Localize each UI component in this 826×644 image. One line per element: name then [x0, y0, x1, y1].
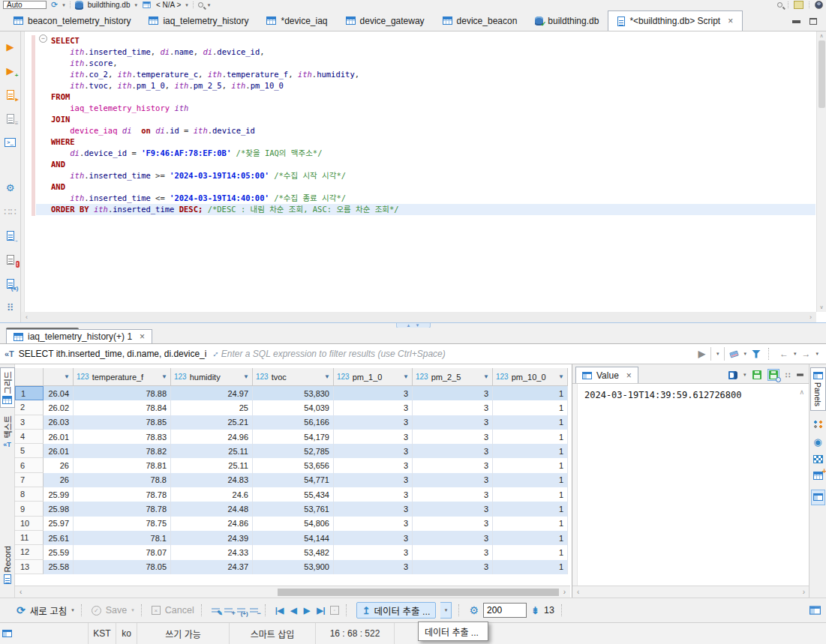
grid-cell[interactable]: 78.05 [74, 560, 171, 574]
table-row[interactable]: 1025.9778.7524.8654,806331 [15, 517, 568, 531]
scroll-down-icon[interactable]: ∨ [819, 304, 823, 310]
auto-save-icon[interactable] [767, 369, 779, 381]
scroll-right-icon[interactable]: › [803, 588, 805, 596]
refresh-icon[interactable]: ⟳ [17, 605, 26, 616]
grid-cell[interactable]: 78.78 [74, 487, 171, 502]
grid-cell[interactable]: 25.99 [44, 487, 74, 502]
scroll-right-icon[interactable]: › [809, 313, 812, 321]
sql-console-button[interactable]: >_ [2, 133, 20, 151]
grid-cell[interactable]: 78.85 [74, 415, 171, 430]
explain-plan-button[interactable]: ≡ [2, 109, 20, 127]
named-parameters-button[interactable]: (x) [2, 274, 20, 292]
chevron-down-icon[interactable]: ▾ [208, 2, 211, 8]
maximize-icon[interactable] [809, 18, 817, 25]
grid-cell[interactable]: 53,761 [253, 502, 334, 516]
grid-cell[interactable]: 3 [334, 430, 413, 444]
column-header-clipped[interactable]: ▼ [44, 368, 74, 386]
tab-sql-script[interactable]: *<buildthing.db> Script × [608, 10, 743, 31]
chevron-down-icon[interactable]: ▾ [71, 607, 74, 613]
export-data-button[interactable]: ↥ 데이터 추출 ... [356, 602, 437, 619]
status-locale[interactable]: ko [116, 623, 137, 644]
tab-grid-view[interactable]: 그리드 [0, 367, 15, 408]
grid-cell[interactable]: 3 [334, 545, 413, 559]
grid-cell[interactable]: 26.02 [44, 400, 74, 415]
grid-cell[interactable]: 24.6 [171, 487, 253, 502]
execute-sql-button[interactable]: ▶ [2, 37, 20, 55]
filter-icon[interactable] [752, 350, 761, 358]
grid-cell[interactable]: 26.03 [44, 415, 74, 430]
tab-iaq-telemetry-history[interactable]: iaq_telemetry_history [140, 10, 257, 31]
grid-cell[interactable]: 24.39 [171, 531, 253, 545]
grid-cell[interactable]: 78.75 [74, 517, 171, 531]
column-dropdown-icon[interactable]: ▼ [161, 373, 167, 380]
grid-horizontal-scrollbar[interactable]: ‹ › [15, 586, 570, 598]
grid-cell[interactable]: 24.97 [171, 386, 253, 400]
grid-cell[interactable]: 24.37 [171, 560, 253, 574]
close-icon[interactable]: × [728, 16, 733, 26]
row-number[interactable]: 12 [15, 545, 44, 559]
duplicate-row-icon[interactable]: (+) [237, 607, 245, 614]
status-caret-position[interactable]: 16 : 68 : 522 [316, 623, 395, 644]
column-header-pm_10_0[interactable]: 123pm_10_0▼ [493, 368, 568, 386]
chevron-down-icon[interactable]: ▾ [62, 2, 65, 8]
close-icon[interactable]: × [140, 331, 145, 342]
grid-cell[interactable]: 24.33 [171, 545, 253, 559]
grid-cell[interactable]: 1 [493, 517, 568, 531]
grouping-panel-icon[interactable] [813, 455, 823, 463]
table-row[interactable]: 825.9978.7824.655,434331 [15, 487, 568, 502]
grid-cell[interactable]: 78.1 [74, 531, 171, 545]
fetch-settings-icon[interactable]: ⚙ [469, 605, 479, 616]
grid-cell[interactable]: 25.21 [171, 415, 253, 430]
grid-cell[interactable]: 3 [334, 531, 413, 545]
grid-cell[interactable]: 3 [413, 415, 493, 430]
outline-view-button[interactable]: ⠿ [2, 298, 20, 316]
grid-cell[interactable]: 53,830 [253, 386, 334, 400]
grid-cell[interactable]: 24.86 [171, 517, 253, 531]
tab-value[interactable]: Value × [575, 367, 638, 383]
grid-cell[interactable]: 26.01 [44, 444, 74, 458]
tab-buildthing-db[interactable]: ✓ buildthing.db [526, 10, 608, 31]
tab-device-iaq[interactable]: *device_iaq [257, 10, 336, 31]
status-write-mode[interactable]: 쓰기 가능 [137, 623, 230, 644]
status-insert-mode[interactable]: 스마트 삽입 [230, 623, 316, 644]
chevron-down-icon[interactable]: ▾ [743, 372, 746, 378]
grid-cell[interactable]: 25.11 [171, 444, 253, 458]
grid-cell[interactable]: 54,806 [253, 517, 334, 531]
grid-cell[interactable]: 78.83 [74, 430, 171, 444]
grid-cell[interactable]: 3 [413, 400, 493, 415]
cancel-button[interactable]: Cancel [165, 605, 194, 616]
tab-record-view[interactable]: Record [0, 543, 15, 587]
grid-cell[interactable]: 3 [413, 386, 493, 400]
metadata-panel-icon[interactable]: ◉ [813, 436, 821, 448]
grid-cell[interactable]: 24.48 [171, 502, 253, 516]
column-header-pm_2_5[interactable]: 123pm_2_5▼ [413, 368, 493, 386]
grid-cell[interactable]: 52,785 [253, 444, 334, 458]
scroll-left-icon[interactable]: ‹ [20, 588, 22, 596]
value-horizontal-scrollbar[interactable]: ‹ › [572, 586, 809, 598]
grid-cell[interactable]: 3 [413, 545, 493, 559]
column-dropdown-icon[interactable]: ▼ [324, 373, 330, 380]
row-number[interactable]: 1 [15, 386, 44, 400]
grid-cell[interactable]: 78.84 [74, 400, 171, 415]
grid-cell[interactable]: 1 [493, 473, 568, 487]
column-dropdown-icon[interactable]: ▼ [64, 373, 70, 380]
chevron-down-icon[interactable]: ▾ [794, 351, 797, 357]
delete-row-icon[interactable]: − [250, 607, 258, 614]
add-row-icon[interactable]: + [224, 607, 233, 614]
grid-cell[interactable]: 3 [413, 473, 493, 487]
grid-cell[interactable]: 3 [413, 444, 493, 458]
grid-cell[interactable]: 78.81 [74, 458, 171, 472]
notifications-icon[interactable] [2, 630, 12, 637]
database-selector[interactable]: buildthing.db [88, 1, 131, 9]
export-dropdown[interactable]: ▾ [440, 602, 452, 619]
avatar[interactable] [815, 1, 823, 9]
grid-cell[interactable]: 26 [44, 458, 74, 472]
sql-problems-button[interactable]: ! [2, 250, 20, 268]
schema-selector[interactable]: < N/A > [156, 1, 181, 9]
fetch-page-icon[interactable]: ▫ [330, 606, 339, 615]
chevron-down-icon[interactable]: ▾ [815, 351, 818, 357]
table-row[interactable]: 1125.6178.124.3954,144331 [15, 531, 568, 545]
grid-cell[interactable]: 54,144 [253, 531, 334, 545]
sql-editor[interactable]: − SELECT ith.inserted_time, di.name, di.… [21, 31, 826, 322]
column-dropdown-icon[interactable]: ▼ [558, 373, 564, 380]
